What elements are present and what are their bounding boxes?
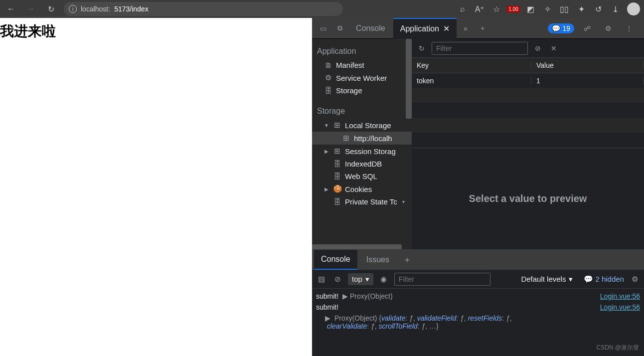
log-entry[interactable]: submit! Login.vue:56 [316,302,640,313]
cell-value: 1 [531,77,644,85]
sidebar-item-private-state[interactable]: 🗄Private State Tc▾ [312,195,412,208]
more-tabs-icon[interactable]: » [458,20,474,36]
issues-badge[interactable]: 💬19 [548,23,574,33]
sidebar-item-websql[interactable]: 🗄Web SQL [312,170,412,182]
grid-icon: ⊞ [333,147,341,156]
browser-toolbar: ← → ↻ i localhost:5173/index ⌕ A⁺ ☆ 1.00… [0,0,644,18]
url-host: localhost: [81,5,110,13]
split-icon[interactable]: ▯▯ [559,4,569,14]
log-levels-selector[interactable]: Default levels▾ [521,275,573,284]
inspect-icon[interactable]: ▭ [315,20,331,36]
sidebar-item-cookies[interactable]: ▶🍪Cookies [312,182,412,195]
page-viewport: 我进来啦 [0,18,312,356]
key-icon[interactable]: ⌕ [458,4,468,14]
console-filter-input[interactable] [394,273,490,286]
console-drawer: Console Issues ＋ ▤ ⊘ top▾ ◉ Default leve… [312,249,644,356]
ext-badge-icon[interactable]: 1.00 [508,4,518,14]
add-tab-icon[interactable]: ＋ [475,20,490,36]
browser-actions: ⌕ A⁺ ☆ 1.00 ◩ ✧ ▯▯ ✦ ↺ ⤓ [458,2,640,15]
drawer-tabbar: Console Issues ＋ [312,250,644,270]
collections-icon[interactable]: ✦ [576,4,586,14]
section-application: Application [312,44,412,59]
extensions-icon[interactable]: ✧ [542,4,552,14]
url-path: 5173/index [114,5,149,13]
drawer-add-tab-icon[interactable]: ＋ [398,250,416,270]
sidebar-item-session-storage[interactable]: ▶⊞Session Storag [312,145,412,158]
live-expression-icon[interactable]: ◉ [378,275,389,284]
sidebar-item-local-storage[interactable]: ▼⊞Local Storage [312,119,412,132]
refresh-icon[interactable]: ↻ [416,44,428,52]
table-row-empty[interactable] [412,103,644,118]
ext2-icon[interactable]: ◩ [525,4,535,14]
profile-avatar[interactable] [627,2,640,15]
context-selector[interactable]: top▾ [348,273,373,285]
network-conditions-icon[interactable]: ☍ [579,20,595,36]
sidebar-item-storage-overview[interactable]: 🗄Storage [312,84,412,97]
drawer-tab-issues[interactable]: Issues [359,250,396,270]
log-entry[interactable]: ▶ Proxy(Object) {validate: ƒ, validateFi… [316,313,640,332]
gear-icon: ⚙ [324,73,332,82]
preview-placeholder: Select a value to preview [412,148,644,249]
sidebar-vscrollbar[interactable] [406,39,412,119]
sidebar-item-local-storage-origin[interactable]: ⊞http://localh [312,132,412,145]
expand-arrow-icon[interactable]: ▶ [342,292,348,300]
page-heading: 我进来啦 [0,22,312,41]
storage-toolbar: ↻ ⊘ ✕ [412,39,644,58]
console-output: submit! ▶Proxy(Object) Login.vue:56 subm… [312,289,644,356]
storage-table: Key Value token 1 [412,58,644,148]
tab-application[interactable]: Application ✕ [393,18,457,39]
favorite-icon[interactable]: ☆ [491,4,501,14]
cookie-icon: 🍪 [333,184,341,193]
table-row-empty[interactable] [412,133,644,148]
history-icon[interactable]: ↺ [593,4,603,14]
cell-key: token [412,77,531,85]
table-header: Key Value [412,58,644,73]
storage-filter-input[interactable] [432,42,528,55]
address-bar[interactable]: i localhost:5173/index [64,2,343,16]
hidden-messages[interactable]: 💬2 hidden [584,275,624,284]
drawer-tab-console[interactable]: Console [314,250,357,270]
expand-arrow-icon[interactable]: ▶ [325,314,330,322]
chevron-right-icon: ▶ [324,186,329,192]
sidebar-item-manifest[interactable]: 🗎Manifest [312,59,412,71]
read-aloud-icon[interactable]: A⁺ [475,4,484,14]
col-value[interactable]: Value [531,61,644,69]
settings-icon[interactable]: ⚙ [629,275,640,284]
sidebar-item-indexeddb[interactable]: 🗄IndexedDB [312,158,412,170]
sidebar-toggle-icon[interactable]: ▤ [316,275,327,284]
chevron-down-icon: ▼ [324,123,329,128]
downloads-icon[interactable]: ⤓ [610,4,620,14]
col-key[interactable]: Key [412,61,531,69]
close-icon[interactable]: ✕ [443,24,450,33]
device-toggle-icon[interactable]: ⧉ [332,20,348,36]
file-icon: 🗎 [324,61,332,69]
table-row-empty[interactable] [412,118,644,133]
devtools-panel: ▭ ⧉ Console Application ✕ » ＋ 💬19 ☍ ⚙ ⋮ … [312,18,644,356]
clear-console-icon[interactable]: ⊘ [332,275,343,284]
chevron-down-icon: ▾ [569,275,573,284]
table-row-empty[interactable] [412,88,644,103]
database-icon: 🗄 [333,197,341,206]
database-icon: 🗄 [324,86,332,95]
chevron-down-icon: ▾ [365,275,369,284]
back-button[interactable]: ← [4,2,18,16]
sidebar-item-service-worker[interactable]: ⚙Service Worker [312,71,412,84]
forward-button: → [24,2,38,16]
log-entry[interactable]: submit! ▶Proxy(Object) Login.vue:56 [316,291,640,302]
grid-icon: ⊞ [333,121,341,130]
refresh-button[interactable]: ↻ [44,2,58,16]
table-row[interactable]: token 1 [412,73,644,88]
console-toolbar: ▤ ⊘ top▾ ◉ Default levels▾ 💬2 hidden ⚙ [312,270,644,289]
source-link[interactable]: Login.vue:56 [600,303,640,311]
site-info-icon[interactable]: i [69,5,77,13]
grid-icon: ⊞ [342,134,350,143]
delete-icon[interactable]: ✕ [548,44,560,52]
clear-icon[interactable]: ⊘ [532,44,544,52]
settings-icon[interactable]: ⚙ [600,20,616,36]
sidebar-hscrollbar[interactable] [312,244,402,249]
source-link[interactable]: Login.vue:56 [600,292,640,300]
section-storage: Storage [312,104,412,119]
chevron-down-icon: ▾ [401,199,406,204]
tab-console[interactable]: Console [349,18,392,39]
kebab-icon[interactable]: ⋮ [621,20,637,36]
